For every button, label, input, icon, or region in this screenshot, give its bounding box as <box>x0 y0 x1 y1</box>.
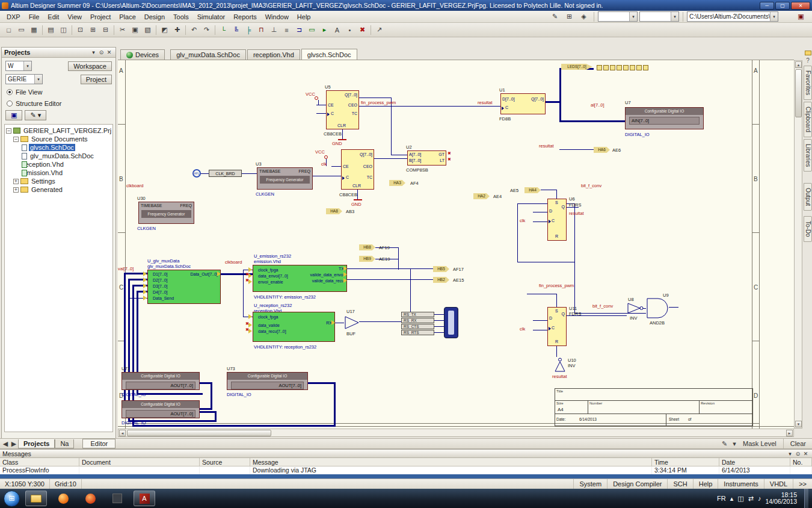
tree-item-emission[interactable]: emission.Vhd <box>6 169 111 177</box>
tabs-scroll-right-icon[interactable]: ▶ <box>10 438 18 450</box>
mask-level-button[interactable]: Mask Level <box>738 439 781 448</box>
component-u1[interactable]: D[7..0] Q[7..0] C <box>500 93 546 114</box>
taskbar-clock[interactable]: 18:1514/06/2013 <box>765 492 797 505</box>
component-u30[interactable]: TIMEBASE FREQ Frequency Generator <box>138 202 194 224</box>
tree-item-project[interactable]: −GERIER_LAFIT_VERGEZ.PrjFpg <box>6 126 111 135</box>
chevron-down-icon[interactable]: ▾ <box>770 12 778 21</box>
variant-combo[interactable]: ▾ <box>639 11 679 22</box>
place-wire-icon[interactable]: └ <box>217 24 230 36</box>
maximize-button[interactable]: ▢ <box>775 2 790 10</box>
port-ha3[interactable]: HA3 <box>389 180 405 186</box>
menu-item-simulator[interactable]: Simulator <box>193 12 229 22</box>
taskbar-app-button[interactable] <box>106 491 128 506</box>
place-junction-icon[interactable]: • <box>343 24 356 36</box>
column-header[interactable]: Time <box>652 458 719 466</box>
tree-item-source-documents[interactable]: −Source Documents <box>6 135 111 143</box>
column-header[interactable]: Date <box>719 458 790 466</box>
component-u5[interactable]: Q[7..0] CE C CEO TC CLR <box>326 90 359 129</box>
place-sheet-symbol-icon[interactable]: ▭ <box>306 24 318 36</box>
undo-icon[interactable]: ↶ <box>188 24 200 36</box>
port-ha2[interactable]: HA2 <box>473 193 490 199</box>
port-leds[interactable]: LEDS[7..0] <box>561 64 592 70</box>
message-row[interactable]: ProcessFlowInfo Downloading via JTAG 3:3… <box>0 466 812 474</box>
design-compiler-panel-button[interactable]: Design Compiler <box>607 479 667 489</box>
tab-glv-muxdata[interactable]: glv_muxData.SchDoc <box>170 49 246 60</box>
mask-menu-icon[interactable]: ▾ <box>731 438 738 450</box>
print-icon[interactable]: ▤ <box>45 24 57 36</box>
taskbar-media-player-button[interactable] <box>79 491 101 506</box>
menu-item-view[interactable]: View <box>63 12 86 22</box>
place-sheet-entry-icon[interactable]: ▸ <box>318 24 331 36</box>
workspace-select[interactable]: W▾ <box>5 61 32 71</box>
port-hb9[interactable]: HB9 <box>359 256 375 262</box>
port-hb2[interactable]: HB2 <box>433 277 449 283</box>
system-panel-button[interactable]: System <box>573 479 607 489</box>
annotate-icon[interactable]: ✎ <box>718 438 731 450</box>
column-header[interactable]: Message <box>250 458 652 466</box>
sheet-symbol-reception[interactable]: clock_fpga data_valide data_recu[7..0] R… <box>253 312 335 342</box>
component-u3[interactable]: TIMEBASE FREQ Frequency Generator <box>257 167 313 190</box>
menu-item-tools[interactable]: Tools <box>169 12 193 22</box>
menu-item-dxp[interactable]: DXP <box>2 12 25 22</box>
afl-port[interactable]: AFL <box>192 169 201 178</box>
save-document-icon[interactable]: ▦ <box>28 24 40 36</box>
serial-connector[interactable] <box>444 307 458 338</box>
language-indicator[interactable]: FR <box>717 495 726 502</box>
chevron-down-icon[interactable]: ▾ <box>34 75 42 84</box>
panel-pin-icon[interactable]: ⊙ <box>794 450 802 457</box>
rs-tx-label[interactable]: RS_TX <box>401 312 434 317</box>
more-panels-button[interactable]: >> <box>793 479 812 489</box>
chevron-down-icon[interactable]: ▾ <box>629 12 637 21</box>
tree-item-generated[interactable]: +Generated <box>6 185 111 194</box>
tabs-scroll-left-icon[interactable]: ◀ <box>1 438 10 450</box>
menu-item-reports[interactable]: Reports <box>229 12 261 22</box>
chevron-down-icon[interactable]: ▾ <box>23 61 31 70</box>
zoom-document-icon[interactable]: ⊟ <box>99 24 112 36</box>
panel-close-icon[interactable]: ✕ <box>105 49 113 57</box>
horizontal-scrollbar[interactable]: ◄ ► <box>118 429 794 437</box>
grid-settings-icon[interactable]: ⊞ <box>563 11 576 23</box>
place-bus-icon[interactable]: ╚ <box>230 24 242 36</box>
scroll-thumb[interactable] <box>127 430 271 436</box>
workspace-combo[interactable]: ▾ <box>598 11 638 22</box>
component-u2[interactable]: A[7..0] B[7..0] GT LT <box>407 150 446 166</box>
rs-rx-label[interactable]: RS_RX <box>401 318 434 323</box>
copy-icon[interactable]: ▣ <box>129 24 141 36</box>
expand-icon[interactable]: + <box>13 179 19 184</box>
menu-item-edit[interactable]: Edit <box>43 12 63 22</box>
inverter-gate-u10[interactable] <box>553 357 567 373</box>
menu-item-design[interactable]: Design <box>140 12 169 22</box>
document-path-combo[interactable]: C:\Users\Altium-2\Documents\IM▾ <box>687 11 778 22</box>
port-ha8[interactable]: HA8 <box>326 208 342 214</box>
clear-button[interactable]: Clear <box>786 439 811 448</box>
tray-show-hidden-icon[interactable]: ▴ <box>730 495 734 503</box>
zoom-fit-icon[interactable]: ⊡ <box>74 24 87 36</box>
project-menu-button[interactable]: ✎ ▾ <box>25 110 46 120</box>
dock-tab-todo[interactable]: To-Do <box>804 216 812 242</box>
scroll-down-icon[interactable]: ▼ <box>795 421 802 427</box>
column-header[interactable]: No. <box>790 458 812 466</box>
scroll-left-icon[interactable]: ◄ <box>119 430 126 436</box>
panel-menu-icon[interactable]: ▾ <box>90 49 97 57</box>
tab-glvsch[interactable]: glvsch.SchDoc <box>301 49 357 60</box>
tree-item-glvsch[interactable]: glvsch.SchDoc <box>6 143 111 152</box>
editor-tab[interactable]: Editor <box>82 439 115 448</box>
tab-reception[interactable]: reception.Vhd <box>247 49 300 60</box>
collapse-icon[interactable]: − <box>6 128 11 134</box>
project-select[interactable]: GERIE▾ <box>5 74 43 84</box>
scroll-up-icon[interactable]: ▲ <box>795 61 802 68</box>
tree-item-glv-muxdata[interactable]: glv_muxData.SchDoc <box>6 152 111 160</box>
place-harness-icon[interactable]: ╞ <box>242 24 255 36</box>
sheet-symbol-emission[interactable]: clock_fpga data_envoi[7..0] envoi_enable… <box>253 265 347 292</box>
column-header[interactable]: Document <box>79 458 200 466</box>
start-button[interactable]: ⊞ <box>4 491 20 507</box>
dock-tab-clipboard[interactable]: Clipboard <box>804 102 812 137</box>
help-panel-button[interactable]: Help <box>693 479 718 489</box>
sch-panel-button[interactable]: SCH <box>667 479 692 489</box>
component-cb8ceb-2[interactable]: Q[7..0] CE C CEO TC CLR <box>341 149 374 190</box>
dock-tab-output[interactable]: Output <box>804 183 812 211</box>
release-icon[interactable]: ▣ <box>795 11 807 23</box>
port-hb5[interactable]: HB5 <box>433 266 449 272</box>
rs-rts-label[interactable]: RS_RTS <box>401 330 434 335</box>
collapse-icon[interactable]: − <box>13 137 19 142</box>
